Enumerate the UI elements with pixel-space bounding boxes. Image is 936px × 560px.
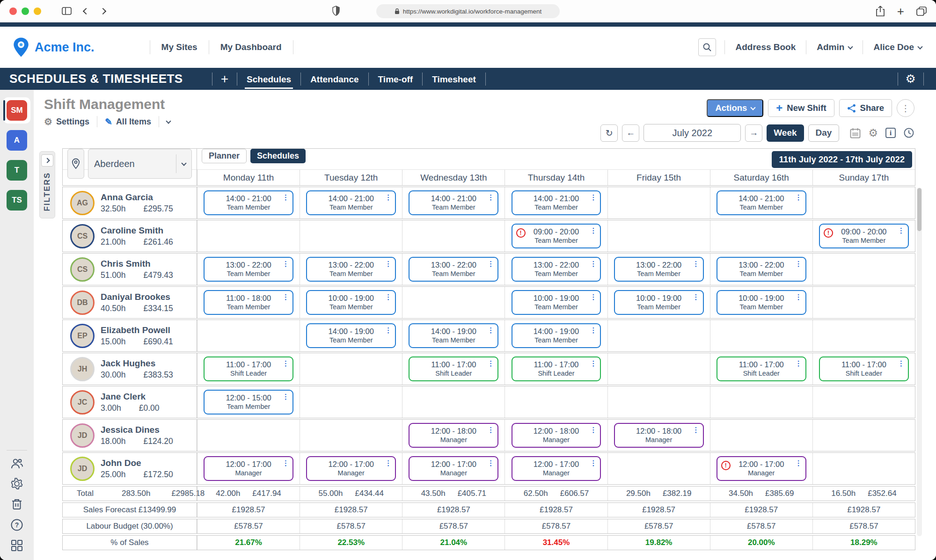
empty-shift-cell[interactable] (300, 220, 402, 252)
location-pin-button[interactable] (67, 149, 84, 179)
tab-schedules[interactable]: Schedules (238, 70, 300, 88)
shift-menu-button[interactable]: ⋮ (795, 360, 802, 367)
nav-my-sites[interactable]: My Sites (159, 42, 200, 52)
shift-menu-button[interactable]: ⋮ (590, 293, 597, 300)
shift-menu-button[interactable]: ⋮ (282, 360, 289, 367)
add-tab-icon[interactable]: + (213, 72, 236, 87)
help-icon[interactable]: ? (11, 519, 23, 531)
shift-card[interactable]: 10:00 - 19:00Team Member⋮ (512, 290, 601, 315)
shift-card[interactable]: 12:00 - 18:00Manager⋮ (512, 423, 601, 448)
rail-badge-ts[interactable]: TS (3, 187, 30, 213)
user-menu[interactable]: Alice Doe (871, 42, 924, 52)
prev-week-button[interactable]: ← (622, 124, 639, 142)
empty-shift-cell[interactable] (812, 254, 915, 285)
shift-cell[interactable]: 12:00 - 18:00Manager⋮ (505, 420, 607, 451)
week-view-button[interactable]: Week (767, 124, 804, 142)
shift-menu-button[interactable]: ⋮ (590, 327, 597, 334)
shift-card[interactable]: 11:00 - 17:00Shift Leader⋮ (409, 356, 498, 381)
shift-card[interactable]: 13:00 - 22:00Team Member⋮ (717, 257, 806, 282)
shift-cell[interactable]: !09:00 - 20:00Team Member⋮ (812, 220, 915, 252)
empty-shift-cell[interactable] (607, 453, 710, 484)
shift-cell[interactable]: 12:00 - 17:00Manager⋮ (197, 453, 300, 484)
shift-card[interactable]: 14:00 - 19:00Team Member⋮ (306, 323, 396, 348)
shift-menu-button[interactable]: ⋮ (487, 327, 494, 334)
brand[interactable]: Acme Inc. (12, 37, 95, 58)
shift-menu-button[interactable]: ⋮ (385, 260, 392, 267)
shift-menu-button[interactable]: ⋮ (385, 194, 392, 201)
shift-menu-button[interactable]: ⋮ (282, 459, 289, 466)
shift-card[interactable]: 13:00 - 22:00Team Member⋮ (409, 257, 498, 282)
empty-shift-cell[interactable] (812, 420, 915, 451)
empty-shift-cell[interactable] (197, 320, 300, 351)
history-icon[interactable] (903, 127, 914, 138)
empty-shift-cell[interactable] (300, 353, 402, 385)
shift-card[interactable]: 12:00 - 17:00Manager⋮ (204, 456, 293, 481)
schedules-toggle[interactable]: Schedules (250, 149, 306, 163)
empty-shift-cell[interactable] (812, 287, 915, 318)
shift-cell[interactable]: 14:00 - 21:00Team Member⋮ (505, 187, 607, 218)
empty-shift-cell[interactable] (812, 386, 915, 418)
shift-cell[interactable]: 14:00 - 21:00Team Member⋮ (402, 187, 505, 218)
info-icon[interactable]: i (885, 128, 896, 138)
shift-menu-button[interactable]: ⋮ (590, 360, 597, 367)
nav-my-dashboard[interactable]: My Dashboard (218, 42, 285, 52)
chevron-down-icon[interactable] (166, 118, 171, 124)
all-items-link[interactable]: All Items (116, 117, 151, 127)
shift-menu-button[interactable]: ⋮ (693, 426, 700, 433)
shift-card[interactable]: !09:00 - 20:00Team Member⋮ (512, 224, 601, 248)
trash-icon[interactable] (11, 498, 22, 510)
shift-menu-button[interactable]: ⋮ (795, 194, 802, 201)
shift-cell[interactable]: 13:00 - 22:00Team Member⋮ (300, 254, 402, 285)
shift-menu-button[interactable]: ⋮ (385, 293, 392, 300)
shift-card[interactable]: 13:00 - 22:00Team Member⋮ (512, 257, 601, 282)
shift-menu-button[interactable]: ⋮ (282, 194, 289, 201)
shift-card[interactable]: 14:00 - 21:00Team Member⋮ (717, 190, 806, 215)
new-shift-button[interactable]: +New Shift (768, 99, 834, 117)
shift-cell[interactable]: 14:00 - 21:00Team Member⋮ (710, 187, 812, 218)
empty-shift-cell[interactable] (607, 353, 710, 385)
calendar-icon[interactable] (850, 128, 861, 138)
shift-cell[interactable]: 11:00 - 18:00Team Member⋮ (197, 287, 300, 318)
empty-shift-cell[interactable] (710, 420, 812, 451)
shift-card[interactable]: 14:00 - 19:00Team Member⋮ (512, 323, 601, 348)
shift-menu-button[interactable]: ⋮ (282, 260, 289, 267)
shift-card[interactable]: 12:00 - 18:00Manager⋮ (614, 423, 704, 448)
shift-cell[interactable]: 13:00 - 22:00Team Member⋮ (197, 254, 300, 285)
shift-cell[interactable]: 12:00 - 18:00Manager⋮ (607, 420, 710, 451)
shift-card[interactable]: 12:00 - 15:00Team Member⋮ (204, 390, 293, 415)
nav-admin-menu[interactable]: Admin (815, 42, 854, 52)
empty-shift-cell[interactable] (710, 320, 812, 351)
shift-card[interactable]: 13:00 - 22:00Team Member⋮ (614, 257, 704, 282)
shift-menu-button[interactable]: ⋮ (590, 194, 597, 201)
empty-shift-cell[interactable] (402, 220, 505, 252)
shift-card[interactable]: 11:00 - 17:00Shift Leader⋮ (717, 356, 806, 381)
shift-card[interactable]: 12:00 - 17:00Manager⋮ (306, 456, 396, 481)
shift-cell[interactable]: 14:00 - 21:00Team Member⋮ (300, 187, 402, 218)
shift-card[interactable]: 10:00 - 19:00Team Member⋮ (306, 290, 396, 315)
shift-card[interactable]: 12:00 - 17:00Manager⋮ (512, 456, 601, 481)
empty-shift-cell[interactable] (812, 320, 915, 351)
shift-menu-button[interactable]: ⋮ (590, 260, 597, 267)
month-selector[interactable]: July 2022 (644, 124, 741, 142)
shift-menu-button[interactable]: ⋮ (487, 194, 494, 201)
empty-shift-cell[interactable] (607, 386, 710, 418)
shift-cell[interactable]: 10:00 - 19:00Team Member⋮ (300, 287, 402, 318)
empty-shift-cell[interactable] (300, 420, 402, 451)
shift-card[interactable]: 12:00 - 17:00Manager⋮ (409, 456, 498, 481)
share-button[interactable]: Share (839, 99, 892, 117)
shift-menu-button[interactable]: ⋮ (487, 426, 494, 433)
shift-menu-button[interactable]: ⋮ (487, 260, 494, 267)
shift-menu-button[interactable]: ⋮ (693, 260, 700, 267)
day-view-button[interactable]: Day (808, 124, 840, 142)
shift-card[interactable]: !12:00 - 17:00Manager⋮ (717, 456, 806, 481)
shift-menu-button[interactable]: ⋮ (693, 293, 700, 300)
empty-shift-cell[interactable] (812, 453, 915, 484)
share-page-icon[interactable] (876, 6, 885, 17)
rail-badge-t[interactable]: T (3, 157, 30, 183)
empty-shift-cell[interactable] (197, 220, 300, 252)
view-settings-gear-icon[interactable]: ⚙ (868, 128, 878, 138)
shift-cell[interactable]: 10:00 - 19:00Team Member⋮ (710, 287, 812, 318)
shift-cell[interactable]: 13:00 - 22:00Team Member⋮ (505, 254, 607, 285)
traffic-light-yellow[interactable] (34, 7, 41, 15)
shift-cell[interactable]: 14:00 - 21:00Team Member⋮ (197, 187, 300, 218)
